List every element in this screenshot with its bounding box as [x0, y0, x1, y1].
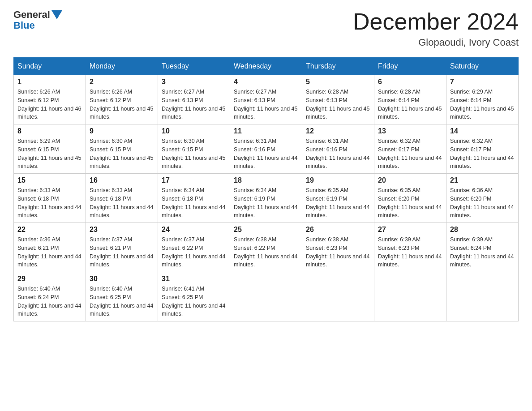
weekday-header-thursday: Thursday	[302, 58, 374, 75]
day-info: Sunrise: 6:38 AMSunset: 6:23 PMDaylight:…	[306, 235, 370, 269]
day-number: 23	[90, 226, 154, 234]
calendar-cell: 11Sunrise: 6:31 AMSunset: 6:16 PMDayligh…	[230, 124, 302, 174]
day-number: 31	[162, 275, 226, 283]
calendar-cell: 26Sunrise: 6:38 AMSunset: 6:23 PMDayligh…	[302, 223, 374, 272]
calendar-cell: 17Sunrise: 6:34 AMSunset: 6:18 PMDayligh…	[158, 174, 230, 223]
day-info: Sunrise: 6:32 AMSunset: 6:17 PMDaylight:…	[450, 137, 515, 171]
day-info: Sunrise: 6:35 AMSunset: 6:20 PMDaylight:…	[378, 186, 442, 220]
calendar-week-row: 22Sunrise: 6:36 AMSunset: 6:21 PMDayligh…	[14, 223, 519, 272]
day-number: 9	[90, 127, 154, 135]
day-info: Sunrise: 6:36 AMSunset: 6:20 PMDaylight:…	[450, 186, 515, 220]
calendar-cell	[446, 272, 519, 321]
day-number: 19	[306, 176, 370, 184]
calendar-cell	[374, 272, 446, 321]
calendar-cell: 3Sunrise: 6:27 AMSunset: 6:13 PMDaylight…	[158, 75, 230, 124]
weekday-header-monday: Monday	[86, 58, 158, 75]
day-info: Sunrise: 6:30 AMSunset: 6:15 PMDaylight:…	[90, 137, 154, 171]
calendar-cell: 20Sunrise: 6:35 AMSunset: 6:20 PMDayligh…	[374, 174, 446, 223]
day-info: Sunrise: 6:36 AMSunset: 6:21 PMDaylight:…	[17, 235, 82, 269]
day-info: Sunrise: 6:28 AMSunset: 6:13 PMDaylight:…	[306, 88, 370, 121]
logo-triangle-icon	[51, 10, 62, 19]
day-number: 2	[90, 78, 154, 86]
calendar-cell: 31Sunrise: 6:41 AMSunset: 6:25 PMDayligh…	[158, 272, 230, 321]
day-info: Sunrise: 6:38 AMSunset: 6:22 PMDaylight:…	[234, 235, 298, 269]
day-info: Sunrise: 6:30 AMSunset: 6:15 PMDaylight:…	[162, 137, 226, 171]
day-info: Sunrise: 6:39 AMSunset: 6:23 PMDaylight:…	[378, 235, 442, 269]
calendar-header-row: SundayMondayTuesdayWednesdayThursdayFrid…	[14, 58, 519, 75]
calendar-week-row: 15Sunrise: 6:33 AMSunset: 6:18 PMDayligh…	[14, 174, 519, 223]
day-info: Sunrise: 6:40 AMSunset: 6:25 PMDaylight:…	[90, 285, 154, 318]
day-number: 24	[162, 226, 226, 234]
calendar-cell: 2Sunrise: 6:26 AMSunset: 6:12 PMDaylight…	[86, 75, 158, 124]
day-number: 26	[306, 226, 370, 234]
weekday-header-friday: Friday	[374, 58, 446, 75]
day-info: Sunrise: 6:33 AMSunset: 6:18 PMDaylight:…	[90, 186, 154, 220]
day-info: Sunrise: 6:33 AMSunset: 6:18 PMDaylight:…	[17, 186, 82, 220]
day-number: 11	[234, 127, 298, 135]
day-number: 7	[450, 78, 515, 86]
month-title: December 2024	[353, 9, 519, 34]
logo-general-text: General	[13, 9, 50, 21]
day-number: 17	[162, 176, 226, 184]
calendar-cell: 9Sunrise: 6:30 AMSunset: 6:15 PMDaylight…	[86, 124, 158, 174]
day-number: 1	[17, 78, 82, 86]
calendar-cell: 12Sunrise: 6:31 AMSunset: 6:16 PMDayligh…	[302, 124, 374, 174]
day-number: 12	[306, 127, 370, 135]
calendar-cell: 28Sunrise: 6:39 AMSunset: 6:24 PMDayligh…	[446, 223, 519, 272]
calendar-cell: 15Sunrise: 6:33 AMSunset: 6:18 PMDayligh…	[14, 174, 86, 223]
day-info: Sunrise: 6:34 AMSunset: 6:18 PMDaylight:…	[162, 186, 226, 220]
day-info: Sunrise: 6:29 AMSunset: 6:14 PMDaylight:…	[450, 88, 515, 121]
day-number: 6	[378, 78, 442, 86]
calendar-cell: 13Sunrise: 6:32 AMSunset: 6:17 PMDayligh…	[374, 124, 446, 174]
weekday-header-wednesday: Wednesday	[230, 58, 302, 75]
day-number: 13	[378, 127, 442, 135]
day-number: 18	[234, 176, 298, 184]
day-info: Sunrise: 6:29 AMSunset: 6:15 PMDaylight:…	[17, 137, 82, 171]
day-info: Sunrise: 6:34 AMSunset: 6:19 PMDaylight:…	[234, 186, 298, 220]
calendar-cell: 19Sunrise: 6:35 AMSunset: 6:19 PMDayligh…	[302, 174, 374, 223]
day-info: Sunrise: 6:31 AMSunset: 6:16 PMDaylight:…	[306, 137, 370, 171]
calendar-cell	[230, 272, 302, 321]
calendar-cell: 25Sunrise: 6:38 AMSunset: 6:22 PMDayligh…	[230, 223, 302, 272]
day-number: 25	[234, 226, 298, 234]
weekday-header-tuesday: Tuesday	[158, 58, 230, 75]
day-info: Sunrise: 6:40 AMSunset: 6:24 PMDaylight:…	[17, 285, 82, 318]
calendar-week-row: 1Sunrise: 6:26 AMSunset: 6:12 PMDaylight…	[14, 75, 519, 124]
calendar-cell: 7Sunrise: 6:29 AMSunset: 6:14 PMDaylight…	[446, 75, 519, 124]
day-number: 8	[17, 127, 82, 135]
day-number: 16	[90, 176, 154, 184]
calendar-week-row: 8Sunrise: 6:29 AMSunset: 6:15 PMDaylight…	[14, 124, 519, 174]
day-info: Sunrise: 6:37 AMSunset: 6:21 PMDaylight:…	[90, 235, 154, 269]
logo-blue-text: Blue	[13, 20, 35, 31]
calendar-cell: 27Sunrise: 6:39 AMSunset: 6:23 PMDayligh…	[374, 223, 446, 272]
day-number: 29	[17, 275, 82, 283]
location-text: Glopaoudi, Ivory Coast	[353, 37, 519, 48]
day-info: Sunrise: 6:31 AMSunset: 6:16 PMDaylight:…	[234, 137, 298, 171]
calendar-cell: 24Sunrise: 6:37 AMSunset: 6:22 PMDayligh…	[158, 223, 230, 272]
calendar-cell: 8Sunrise: 6:29 AMSunset: 6:15 PMDaylight…	[14, 124, 86, 174]
calendar-cell: 5Sunrise: 6:28 AMSunset: 6:13 PMDaylight…	[302, 75, 374, 124]
day-number: 30	[90, 275, 154, 283]
day-number: 14	[450, 127, 515, 135]
day-number: 28	[450, 226, 515, 234]
calendar-cell: 14Sunrise: 6:32 AMSunset: 6:17 PMDayligh…	[446, 124, 519, 174]
day-info: Sunrise: 6:28 AMSunset: 6:14 PMDaylight:…	[378, 88, 442, 121]
calendar-week-row: 29Sunrise: 6:40 AMSunset: 6:24 PMDayligh…	[14, 272, 519, 321]
day-info: Sunrise: 6:27 AMSunset: 6:13 PMDaylight:…	[162, 88, 226, 121]
calendar-cell: 10Sunrise: 6:30 AMSunset: 6:15 PMDayligh…	[158, 124, 230, 174]
calendar-cell: 16Sunrise: 6:33 AMSunset: 6:18 PMDayligh…	[86, 174, 158, 223]
calendar-cell: 29Sunrise: 6:40 AMSunset: 6:24 PMDayligh…	[14, 272, 86, 321]
day-info: Sunrise: 6:41 AMSunset: 6:25 PMDaylight:…	[162, 285, 226, 318]
calendar-cell: 21Sunrise: 6:36 AMSunset: 6:20 PMDayligh…	[446, 174, 519, 223]
calendar-cell: 6Sunrise: 6:28 AMSunset: 6:14 PMDaylight…	[374, 75, 446, 124]
weekday-header-sunday: Sunday	[14, 58, 86, 75]
calendar-cell	[302, 272, 374, 321]
calendar-cell: 23Sunrise: 6:37 AMSunset: 6:21 PMDayligh…	[86, 223, 158, 272]
calendar-cell: 30Sunrise: 6:40 AMSunset: 6:25 PMDayligh…	[86, 272, 158, 321]
calendar-cell: 22Sunrise: 6:36 AMSunset: 6:21 PMDayligh…	[14, 223, 86, 272]
calendar-cell: 4Sunrise: 6:27 AMSunset: 6:13 PMDaylight…	[230, 75, 302, 124]
day-info: Sunrise: 6:39 AMSunset: 6:24 PMDaylight:…	[450, 235, 515, 269]
day-info: Sunrise: 6:37 AMSunset: 6:22 PMDaylight:…	[162, 235, 226, 269]
day-number: 22	[17, 226, 82, 234]
day-number: 5	[306, 78, 370, 86]
